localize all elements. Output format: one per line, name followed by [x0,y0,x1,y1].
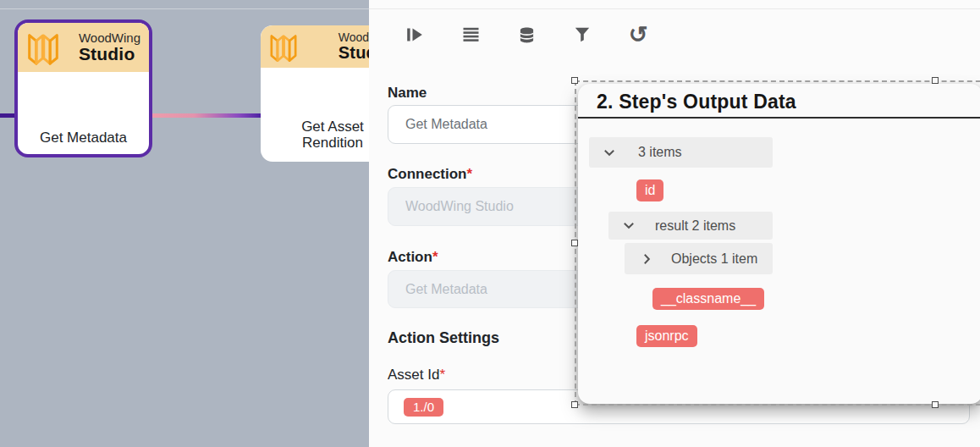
brand-line2: Studio [79,45,140,63]
action-settings-heading: Action Settings [388,329,499,347]
workflow-canvas[interactable]: WoodWing Studio Get Metadata WoodWing St… [0,0,369,447]
database-icon[interactable] [518,24,535,46]
node-get-asset-rendition[interactable]: WoodWing Studio Get Asset Rendition [261,25,369,162]
node-header: WoodWing Studio [261,25,369,68]
step-toolbar: ↺ [406,24,647,46]
required-asterisk: * [467,166,473,182]
resize-handle-top[interactable] [932,77,939,84]
tree-row-objects[interactable]: Objects 1 item [625,243,773,274]
dialog-title-rule [578,117,980,119]
tree-key-pill-classname[interactable]: __classname__ [652,288,764,310]
chevron-down-icon[interactable] [603,149,615,157]
brand-text: WoodWing Studio [339,31,369,62]
connection-edge [152,113,262,118]
dialog-title: 2. Step's Output Data [597,91,796,113]
asset-id-tag[interactable]: 1./0 [404,398,443,417]
tree-row-root[interactable]: 3 items [589,137,773,168]
tree-row-result[interactable]: result 2 items [608,212,773,240]
required-asterisk: * [439,367,445,383]
filter-icon[interactable] [574,24,591,46]
node-label: Get Metadata [18,130,149,146]
brand-text: WoodWing Studio [79,31,140,63]
required-asterisk: * [432,249,438,265]
resize-handle-bottom[interactable] [932,401,939,408]
node-header: WoodWing Studio [18,23,149,72]
chevron-down-icon[interactable] [623,222,635,229]
tree-row-label: 3 items [638,145,682,160]
chevron-right-icon[interactable] [643,253,651,265]
woodwing-logo-icon [24,28,63,67]
panel-top-divider [369,8,980,9]
output-data-dialog[interactable]: 2. Step's Output Data 3 items id result … [578,84,980,404]
tree-row-label: Objects 1 item [671,251,757,267]
list-icon[interactable] [462,24,479,46]
tree-key-pill-jsonrpc[interactable]: jsonrpc [636,325,697,347]
step-run-icon[interactable] [406,24,423,46]
undo-icon[interactable]: ↺ [630,24,647,46]
resize-handle-left[interactable] [571,240,578,246]
woodwing-logo-icon [267,30,300,63]
connection-label: Connection* [388,166,472,183]
brand-line1: WoodWing [339,31,369,44]
asset-id-label: Asset Id* [388,367,445,384]
action-label: Action* [388,249,438,266]
brand-line1: WoodWing [79,31,140,45]
tree-key-pill-id[interactable]: id [636,179,663,201]
tree-row-label: result 2 items [655,218,735,234]
node-get-metadata[interactable]: WoodWing Studio Get Metadata [14,19,152,157]
brand-line2: Studio [339,44,369,62]
name-label: Name [388,85,427,102]
resize-handle-bottom-left[interactable] [571,401,578,408]
resize-handle-top-left[interactable] [571,77,578,84]
node-label: Get Asset Rendition [282,119,369,152]
canvas-top-divider [0,8,369,9]
